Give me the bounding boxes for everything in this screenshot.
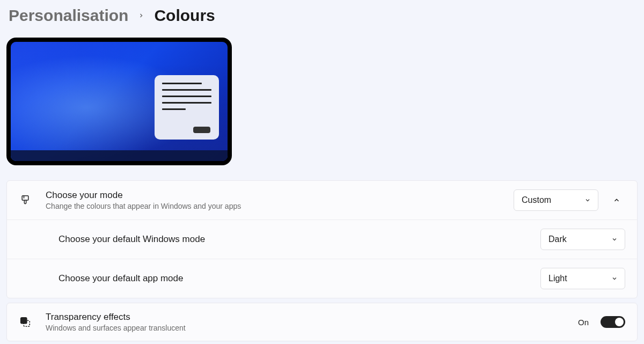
transparency-icon [19,316,32,328]
chevron-down-icon [611,275,618,282]
desktop-preview [6,38,232,165]
breadcrumb: Personalisation Colours [6,6,638,25]
chevron-down-icon [611,236,618,243]
svg-rect-0 [22,196,28,200]
chevron-right-icon [138,10,144,21]
preview-taskbar [11,150,228,161]
choose-mode-row: Choose your mode Change the colours that… [7,181,637,220]
brush-icon [19,194,32,206]
transparency-card: Transparency effects Windows and surface… [6,303,638,341]
chevron-up-icon [613,196,620,204]
windows-mode-title: Choose your default Windows mode [58,234,540,245]
transparency-title: Transparency effects [46,312,578,323]
choose-mode-card: Choose your mode Change the colours that… [6,180,638,298]
windows-mode-row: Choose your default Windows mode Dark [7,220,637,259]
transparency-toggle[interactable] [601,316,625,328]
choose-mode-title: Choose your mode [46,190,514,201]
breadcrumb-current: Colours [154,6,215,25]
transparency-row: Transparency effects Windows and surface… [7,303,637,341]
app-mode-select[interactable]: Light [540,268,625,289]
windows-mode-select[interactable]: Dark [540,229,625,250]
chevron-down-icon [584,196,591,204]
toggle-knob [615,318,624,326]
transparency-subtitle: Windows and surfaces appear translucent [46,324,578,332]
choose-mode-subtitle: Change the colours that appear in Window… [46,202,514,210]
app-mode-row: Choose your default app mode Light [7,259,637,298]
app-mode-value: Light [548,274,567,283]
choose-mode-select[interactable]: Custom [514,189,598,211]
transparency-state-label: On [578,318,589,327]
breadcrumb-parent[interactable]: Personalisation [9,6,128,25]
windows-mode-value: Dark [548,235,567,244]
collapse-button[interactable] [608,192,625,209]
app-mode-title: Choose your default app mode [58,273,540,284]
preview-app-window [155,75,219,140]
choose-mode-value: Custom [522,195,551,205]
